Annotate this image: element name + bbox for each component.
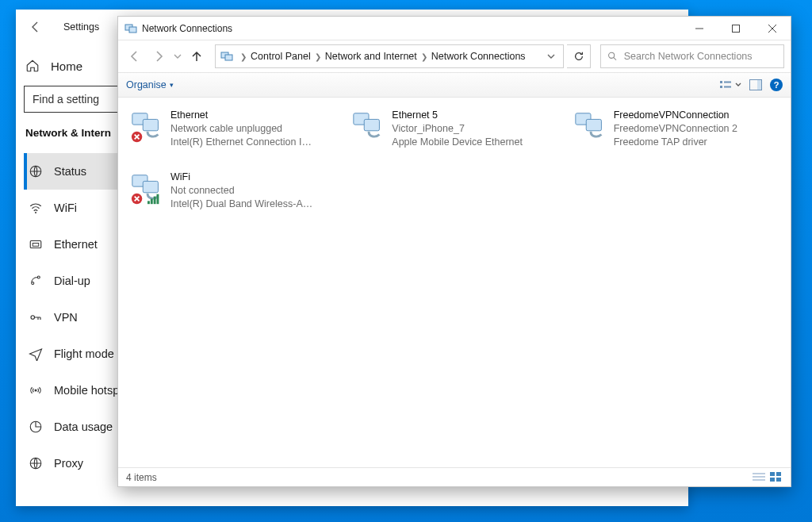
svg-rect-11 (733, 25, 740, 32)
nav-label: VPN (54, 311, 78, 324)
organise-menu[interactable]: Organise ▾ (126, 79, 174, 90)
home-label: Home (51, 59, 82, 73)
nav-label: Status (54, 165, 86, 178)
svg-rect-35 (157, 194, 159, 204)
connections-grid: Ethernet Network cable unplugged Intel(R… (118, 98, 791, 467)
svg-rect-30 (143, 181, 158, 192)
connection-device: Intel(R) Dual Band Wireless-AC 82... (170, 198, 315, 211)
statusbar-text: 4 items (126, 472, 157, 483)
nav-icon (29, 420, 43, 434)
chevron-down-icon (547, 52, 555, 60)
tiles-view-button[interactable] (770, 472, 783, 483)
preview-pane-button[interactable] (749, 79, 762, 90)
svg-rect-21 (757, 80, 761, 90)
connection-status: Network cable unplugged (170, 122, 315, 136)
details-view-button[interactable] (753, 472, 765, 483)
svg-rect-42 (776, 478, 781, 482)
chevron-down-icon: ▾ (170, 81, 174, 89)
close-button[interactable] (754, 17, 791, 40)
breadcrumb-0[interactable]: Control Panel (251, 51, 311, 62)
svg-rect-13 (225, 55, 232, 60)
network-adapter-icon (129, 171, 166, 207)
connection-name: Ethernet (170, 109, 315, 122)
svg-rect-39 (770, 472, 775, 476)
nav-icon (29, 274, 43, 288)
chevron-right-icon: ❯ (417, 52, 431, 61)
svg-line-15 (614, 58, 616, 60)
network-adapter-icon (129, 109, 166, 145)
connection-item[interactable]: Ethernet 5 Victor_iPhone_7 Apple Mobile … (346, 106, 562, 167)
address-bar[interactable]: ❯ Control Panel ❯ Network and Internet ❯… (215, 44, 564, 68)
minimize-button[interactable] (681, 17, 718, 40)
svg-rect-41 (770, 478, 775, 482)
connection-device: Apple Mobile Device Ethernet (392, 136, 523, 149)
connection-name: Ethernet 5 (392, 109, 523, 122)
nav-up-button[interactable] (186, 46, 207, 67)
svg-rect-34 (154, 197, 156, 205)
help-button[interactable]: ? (770, 79, 783, 91)
close-icon (768, 25, 776, 33)
nav-recent-button[interactable] (172, 46, 183, 67)
breadcrumb-1[interactable]: Network and Internet (325, 51, 417, 62)
settings-title: Settings (63, 21, 99, 33)
nav-label: Dial-up (54, 274, 90, 287)
nav-label: WiFi (54, 202, 77, 214)
nav-icon (29, 347, 43, 361)
nav-label: Proxy (54, 457, 83, 470)
nav-icon (29, 201, 43, 215)
refresh-icon (573, 51, 584, 62)
network-adapter-icon (573, 109, 609, 145)
nav-forward-button[interactable] (148, 46, 169, 67)
back-button[interactable] (24, 15, 48, 39)
refresh-button[interactable] (567, 44, 591, 68)
chevron-down-icon (174, 52, 182, 60)
connection-status: Victor_iPhone_7 (392, 122, 523, 136)
nav-label: Ethernet (54, 238, 98, 251)
connection-item[interactable]: FreedomeVPNConnection FreedomeVPNConnect… (568, 106, 784, 167)
connection-name: WiFi (170, 171, 315, 184)
svg-point-14 (609, 52, 615, 58)
minimize-icon (695, 25, 703, 33)
svg-rect-33 (151, 198, 153, 204)
connection-status: FreedomeVPNConnection 2 (614, 122, 737, 136)
svg-rect-16 (720, 81, 722, 83)
svg-rect-17 (720, 86, 722, 88)
home-icon (25, 59, 40, 73)
view-options-button[interactable] (720, 79, 741, 90)
network-adapter-icon (350, 109, 387, 145)
svg-rect-40 (776, 472, 781, 476)
nav-label: Data usage (54, 420, 113, 433)
chevron-right-icon: ❯ (311, 52, 325, 61)
nav-label: Mobile hotsp (54, 384, 119, 397)
preview-pane-icon (749, 79, 762, 90)
svg-rect-23 (143, 119, 158, 130)
search-box[interactable] (600, 44, 784, 68)
address-dropdown[interactable] (544, 52, 558, 60)
svg-point-5 (35, 390, 37, 392)
svg-rect-2 (30, 241, 41, 248)
view-options-icon (720, 79, 733, 90)
connection-item[interactable]: Ethernet Network cable unplugged Intel(R… (124, 106, 341, 167)
chevron-down-icon (735, 82, 741, 88)
svg-point-1 (35, 212, 36, 213)
find-setting-placeholder: Find a setting (33, 93, 99, 106)
tiles-view-icon (770, 472, 783, 483)
connection-status: Not connected (170, 184, 315, 198)
nav-icon (29, 310, 43, 324)
nav-icon (29, 164, 43, 178)
connection-item[interactable]: WiFi Not connected Intel(R) Dual Band Wi… (124, 167, 341, 229)
maximize-button[interactable] (718, 17, 754, 40)
control-panel-icon (220, 50, 233, 63)
svg-rect-28 (586, 119, 601, 130)
svg-point-4 (31, 316, 35, 320)
nav-icon (29, 383, 43, 397)
search-input[interactable] (624, 51, 777, 62)
nav-back-button[interactable] (124, 46, 145, 67)
svg-rect-9 (129, 27, 136, 33)
chevron-right-icon: ❯ (236, 52, 251, 61)
svg-rect-32 (147, 201, 150, 204)
breadcrumb-2[interactable]: Network Connections (431, 51, 526, 62)
organise-label: Organise (126, 79, 167, 90)
connection-device: Freedome TAP driver (614, 136, 737, 149)
nav-label: Flight mode (54, 347, 114, 360)
